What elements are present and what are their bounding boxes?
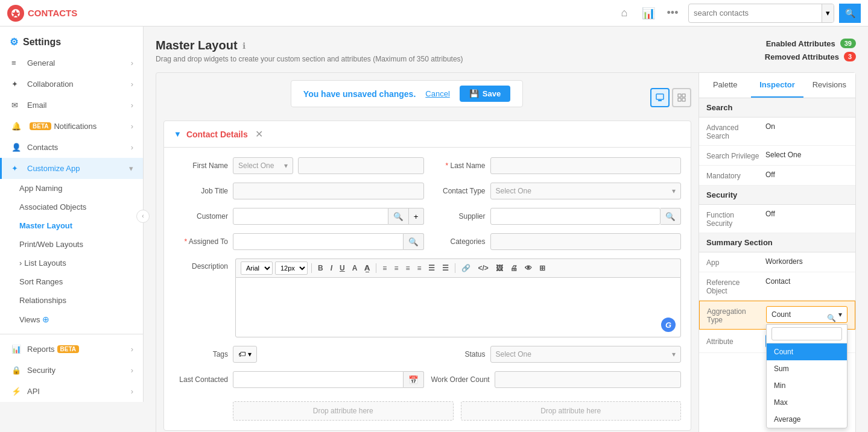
sidebar-sub-associated-objects[interactable]: Associated Objects	[0, 198, 143, 216]
image-button[interactable]: 🖼	[493, 263, 505, 274]
bold-button[interactable]: B	[315, 263, 326, 274]
align-justify-button[interactable]: ≡	[414, 263, 423, 274]
assigned-to-input[interactable]	[233, 233, 404, 250]
sidebar-sub-sort-ranges[interactable]: Sort Ranges	[0, 272, 143, 291]
more-button[interactable]: •••	[662, 2, 683, 24]
customer-search-button[interactable]: 🔍	[388, 208, 409, 225]
sidebar-item-contacts[interactable]: 👤 Contacts ›	[0, 137, 143, 158]
search-dropdown-button[interactable]: ▾	[822, 4, 834, 22]
unsaved-bar: You have unsaved changes. Cancel 💾 Save	[291, 80, 523, 107]
save-button[interactable]: 💾 Save	[460, 86, 510, 102]
calendar-button[interactable]: 📅	[404, 371, 424, 388]
categories-input[interactable]	[490, 233, 682, 250]
toolbar-separator	[311, 263, 312, 273]
link-button[interactable]: 🔗	[459, 263, 473, 274]
option-max[interactable]: Max	[767, 394, 847, 411]
underline-button[interactable]: U	[337, 263, 347, 274]
first-name-prefix-select[interactable]: Select One ▾	[233, 157, 293, 174]
option-average[interactable]: Average	[767, 411, 847, 428]
tags-button[interactable]: 🏷 ▾	[233, 346, 257, 363]
contact-type-select[interactable]: Select One ▾	[490, 183, 682, 199]
description-area[interactable]: G	[235, 277, 681, 337]
home-button[interactable]: ⌂	[613, 2, 635, 24]
customer-add-button[interactable]: +	[409, 208, 424, 225]
option-sum[interactable]: Sum	[767, 360, 847, 377]
sidebar-item-reports[interactable]: 📊 Reports BETA ›	[0, 339, 143, 360]
bg-color-button[interactable]: A̲	[362, 263, 372, 274]
section-close-button[interactable]: ✕	[255, 128, 263, 140]
sidebar-item-customize-app[interactable]: ✦ Customize App ▾	[0, 158, 143, 179]
job-title-field: Job Title	[174, 183, 424, 199]
tab-inspector[interactable]: Inspector	[751, 73, 803, 98]
supplier-field: Supplier 🔍	[431, 208, 682, 225]
sidebar-item-api[interactable]: ⚡ API ›	[0, 381, 143, 402]
section-collapse-icon[interactable]: ▼	[174, 130, 182, 139]
page-title-row: Master Layout ℹ	[156, 39, 463, 52]
aggregation-dropdown-list: 🔍 Count Sum Min Max Average	[766, 324, 847, 428]
sidebar-sub-print-web[interactable]: Print/Web Layouts	[0, 235, 143, 254]
search-input[interactable]	[689, 8, 822, 17]
font-color-button[interactable]: A	[350, 263, 360, 274]
align-left-button[interactable]: ≡	[380, 263, 389, 274]
panel-tabs: Palette Inspector Revisions	[699, 73, 855, 98]
code-button[interactable]: </>	[475, 263, 490, 274]
status-select[interactable]: Select One ▾	[490, 346, 682, 363]
section-title: Contact Details	[186, 130, 248, 139]
sidebar-sub-views[interactable]: Views ⊕	[0, 310, 143, 329]
sidebar-sub-list-layouts[interactable]: › List Layouts	[0, 254, 143, 272]
last-name-field: Last Name	[431, 157, 682, 174]
eye-button[interactable]: 👁	[522, 263, 534, 274]
ordered-list-button[interactable]: ☰	[440, 263, 451, 274]
first-name-input[interactable]	[298, 157, 424, 174]
app-row: App Workorders	[699, 252, 855, 272]
sidebar-item-security[interactable]: 🔒 Security ›	[0, 360, 143, 381]
sidebar-item-collaboration[interactable]: ✦ Collaboration ›	[0, 74, 143, 95]
info-icon[interactable]: ℹ	[242, 41, 246, 51]
section-header: ▼ Contact Details ✕	[164, 121, 691, 148]
work-order-count-input[interactable]	[495, 371, 681, 388]
email-icon: ✉	[11, 101, 22, 110]
sidebar-sub-master-layout[interactable]: Master Layout	[0, 216, 143, 235]
table-button[interactable]: ⊞	[537, 263, 548, 274]
assigned-to-search-button[interactable]: 🔍	[404, 233, 424, 250]
list-button[interactable]: ☰	[426, 263, 437, 274]
supplier-input[interactable]	[490, 208, 661, 225]
grid-view-button[interactable]	[672, 88, 691, 107]
search-submit-button[interactable]: 🔍	[839, 4, 861, 23]
desktop-view-button[interactable]	[650, 88, 670, 107]
supplier-search-button[interactable]: 🔍	[661, 208, 681, 225]
italic-button[interactable]: I	[328, 263, 335, 274]
last-name-input[interactable]	[490, 157, 682, 174]
chart-button[interactable]: 📊	[638, 2, 659, 24]
sidebar-item-general[interactable]: ≡ General ›	[0, 52, 143, 74]
font-select[interactable]: Arial	[241, 261, 273, 275]
first-name-label: First Name	[174, 161, 228, 170]
cancel-button[interactable]: Cancel	[425, 89, 449, 98]
job-title-input[interactable]	[233, 183, 424, 199]
chevron-icon: ›	[131, 58, 133, 67]
option-count[interactable]: Count	[767, 343, 847, 360]
option-min[interactable]: Min	[767, 377, 847, 394]
sidebar-sub-relationships[interactable]: Relationships	[0, 291, 143, 310]
size-select[interactable]: 12px	[275, 261, 308, 275]
sidebar-item-email[interactable]: ✉ Email ›	[0, 95, 143, 116]
align-right-button[interactable]: ≡	[403, 263, 412, 274]
beta-badge: BETA	[30, 122, 51, 130]
aggregation-search-input[interactable]	[771, 327, 842, 340]
panel-content: Search Advanced Search On Search Privile…	[699, 98, 855, 432]
sidebar-collapse-button[interactable]: ‹	[136, 210, 150, 223]
sidebar-sub-app-naming[interactable]: App Naming	[0, 179, 143, 198]
chevron-icon: ›	[131, 122, 133, 131]
customer-input[interactable]	[233, 208, 388, 225]
last-contacted-input[interactable]	[233, 371, 404, 388]
chevron-icon: ›	[131, 366, 133, 375]
tab-palette[interactable]: Palette	[699, 73, 751, 98]
form-row-last-contacted: Last Contacted 📅 Work Order Count	[174, 371, 681, 388]
tab-revisions[interactable]: Revisions	[803, 73, 855, 98]
sidebar-item-notifications[interactable]: 🔔 BETA Notifications ›	[0, 116, 143, 137]
align-center-button[interactable]: ≡	[391, 263, 401, 274]
print-button[interactable]: 🖨	[508, 263, 520, 274]
svg-rect-3	[678, 94, 681, 97]
search-privilege-row: Search Privilege Select One	[699, 146, 855, 166]
add-view-icon[interactable]: ⊕	[42, 315, 49, 324]
